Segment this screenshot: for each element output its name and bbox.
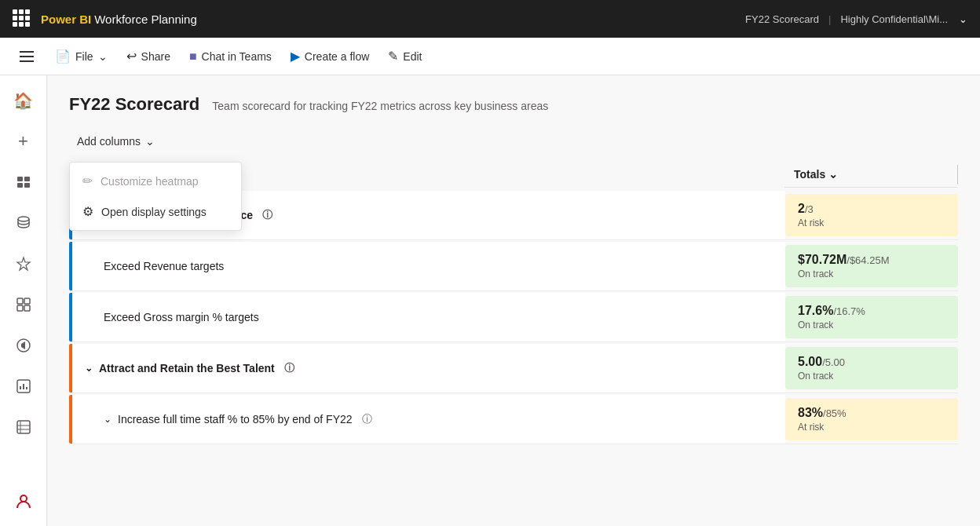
teams-icon: ■	[189, 49, 197, 64]
edit-button[interactable]: ✎ Edit	[380, 44, 430, 68]
customize-heatmap-label: Customize heatmap	[101, 175, 199, 188]
chat-in-teams-label: Chat in Teams	[202, 50, 272, 63]
totals-header: Totals ⌄	[784, 162, 957, 188]
score-status: On track	[798, 320, 945, 331]
score-denom: /3	[805, 203, 814, 215]
add-columns-chevron-icon: ⌄	[145, 135, 155, 148]
svg-rect-1	[24, 177, 30, 181]
sidebar-item-apps[interactable]	[5, 286, 42, 323]
table-row: ⌄ Attract and Retain the Best Talent ⓘ 5…	[69, 344, 958, 393]
page-title: FY22 Scorecard	[69, 94, 199, 115]
share-icon: ↩	[126, 49, 137, 64]
score-cell-exceed-revenue: $70.72M/$64.25M On track	[785, 245, 958, 287]
toolbar: 📄 File ⌄ ↩ Share ■ Chat in Teams ▶ Creat…	[0, 38, 980, 75]
file-chevron-icon: ⌄	[98, 50, 108, 63]
score-denom: /16.7%	[833, 305, 865, 317]
row-label-increase-fulltime: ⌄ Increase full time staff % to 85% by e…	[72, 395, 785, 444]
sidebar-item-learn[interactable]	[5, 327, 42, 364]
create-flow-button[interactable]: ▶ Create a flow	[283, 44, 377, 68]
score-cell-deliver-financial: 2/3 At risk	[785, 194, 958, 236]
add-columns-button[interactable]: Add columns ⌄	[69, 130, 163, 152]
row-label-exceed-gross: Exceed Gross margin % targets	[72, 293, 785, 342]
report-title: FY22 Scorecard	[745, 13, 819, 25]
apps-grid-icon[interactable]	[13, 9, 31, 28]
score-value: 83%/85%	[798, 406, 945, 420]
svg-rect-8	[24, 305, 30, 311]
row-label-attract-retain: ⌄ Attract and Retain the Best Talent ⓘ	[72, 344, 785, 393]
topbar-chevron-icon[interactable]: ⌄	[959, 13, 967, 25]
svg-rect-6	[24, 298, 30, 304]
svg-point-4	[18, 217, 29, 221]
customize-heatmap-item[interactable]: ✏ Customize heatmap	[70, 166, 241, 196]
info-icon: ⓘ	[362, 412, 372, 426]
score-value: 5.00/5.00	[798, 355, 945, 369]
score-status: At risk	[798, 422, 945, 433]
sidebar: 🏠 +	[0, 75, 47, 526]
sidebar-item-profile[interactable]	[5, 482, 42, 520]
sidebar-item-metrics[interactable]	[5, 367, 42, 405]
sidebar-item-data[interactable]	[5, 204, 42, 242]
score-denom: /85%	[823, 407, 847, 419]
page-header: FY22 Scorecard Team scorecard for tracki…	[69, 94, 958, 115]
sidebar-item-home[interactable]: 🏠	[5, 82, 42, 119]
share-button[interactable]: ↩ Share	[119, 44, 178, 68]
edit-label: Edit	[403, 50, 422, 63]
score-cell-increase-fulltime: 83%/85% At risk	[785, 398, 958, 440]
score-cell-exceed-gross: 17.6%/16.7% On track	[785, 296, 958, 338]
file-icon: 📄	[55, 49, 71, 64]
svg-rect-0	[17, 177, 23, 181]
file-label: File	[75, 50, 93, 63]
score-value: 2/3	[798, 202, 945, 216]
totals-label: Totals	[794, 168, 825, 181]
score-status: On track	[798, 371, 945, 382]
sidebar-item-create[interactable]: +	[5, 122, 42, 160]
powerbi-logo: Power BI	[41, 13, 91, 26]
sidebar-item-scorecard[interactable]	[5, 408, 42, 446]
add-columns-label: Add columns	[77, 135, 141, 148]
svg-rect-5	[17, 298, 23, 304]
edit-icon: ✎	[388, 49, 398, 64]
chat-in-teams-button[interactable]: ■ Chat in Teams	[181, 45, 280, 68]
display-settings-icon: ⚙	[82, 204, 93, 219]
info-icon: ⓘ	[284, 361, 294, 375]
svg-point-18	[20, 495, 27, 502]
hamburger-menu-button[interactable]	[13, 42, 41, 71]
content-area: FY22 Scorecard Team scorecard for tracki…	[47, 75, 980, 526]
info-icon: ⓘ	[262, 208, 272, 222]
customize-heatmap-icon: ✏	[82, 174, 93, 188]
score-status: On track	[798, 268, 945, 279]
column-divider	[957, 165, 958, 184]
flow-icon: ▶	[291, 49, 300, 64]
topbar-separator: |	[828, 13, 831, 25]
sidebar-item-goals[interactable]	[5, 245, 42, 283]
open-display-settings-item[interactable]: ⚙ Open display settings	[70, 196, 241, 227]
svg-rect-14	[17, 421, 30, 433]
row-label-text: Exceed Revenue targets	[104, 260, 224, 272]
file-button[interactable]: 📄 File ⌄	[47, 44, 115, 68]
score-denom: /5.00	[822, 356, 845, 368]
hamburger-icon	[20, 51, 34, 62]
page-subtitle: Team scorecard for tracking FY22 metrics…	[212, 100, 548, 112]
row-chevron-icon[interactable]: ⌄	[85, 363, 93, 374]
main-layout: 🏠 + FY22 Scorecard Team sc	[0, 75, 980, 526]
table-row: Exceed Revenue targets $70.72M/$64.25M O…	[69, 242, 958, 291]
topbar-right: FY22 Scorecard | Highly Confidential\Mi.…	[745, 13, 967, 25]
score-denom: /$64.25M	[847, 254, 889, 266]
confidentiality-label: Highly Confidential\Mi...	[840, 13, 948, 25]
row-chevron-icon[interactable]: ⌄	[104, 414, 112, 425]
score-status: At risk	[798, 217, 945, 228]
row-label-text: Attract and Retain the Best Talent	[99, 362, 275, 374]
svg-rect-2	[17, 183, 23, 188]
table-row: Exceed Gross margin % targets 17.6%/16.7…	[69, 293, 958, 342]
score-cell-attract-retain: 5.00/5.00 On track	[785, 347, 958, 389]
row-label-exceed-revenue: Exceed Revenue targets	[72, 242, 785, 290]
open-display-settings-label: Open display settings	[101, 206, 207, 218]
svg-rect-7	[17, 305, 23, 311]
totals-chevron-icon[interactable]: ⌄	[828, 168, 838, 181]
create-flow-label: Create a flow	[305, 50, 369, 63]
sidebar-item-browse[interactable]	[5, 163, 42, 201]
row-label-text: Exceed Gross margin % targets	[104, 311, 259, 323]
row-label-text: Increase full time staff % to 85% by end…	[118, 413, 353, 426]
topbar: Power BI Workforce Planning FY22 Scoreca…	[0, 0, 980, 38]
table-row: ⌄ Increase full time staff % to 85% by e…	[69, 395, 958, 444]
